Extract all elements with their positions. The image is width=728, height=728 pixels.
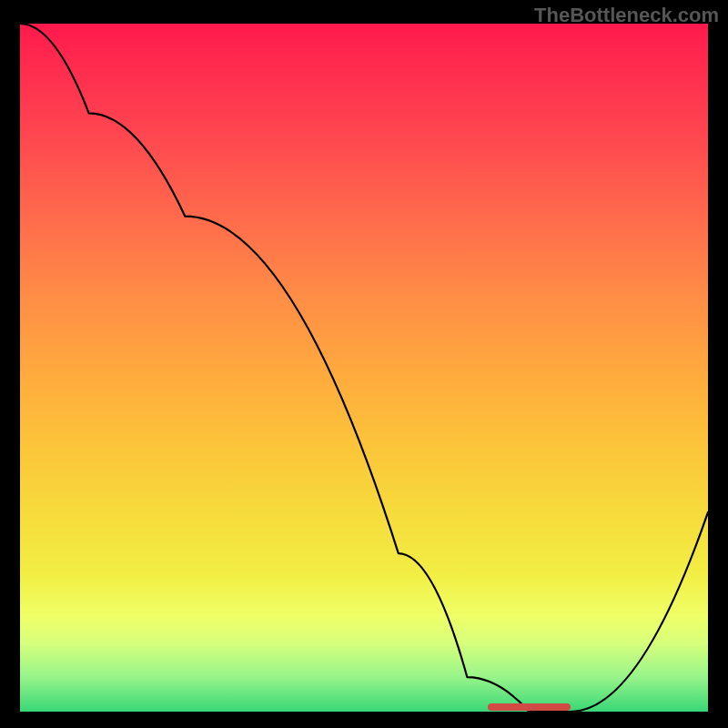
watermark-text: TheBottleneck.com [534,4,719,27]
curve-path [20,24,708,712]
chart-frame: TheBottleneck.com [0,0,728,728]
bottleneck-curve [20,24,708,712]
plot-area [20,24,708,712]
minimum-marker [488,703,571,711]
